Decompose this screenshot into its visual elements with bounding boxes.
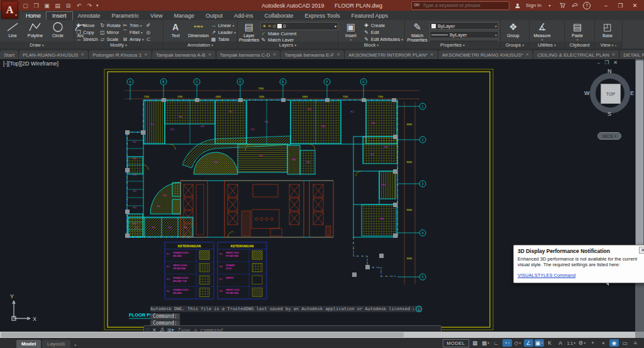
file-tab-detail-ruang-khusus[interactable]: DETAIL RUANG KHUSUS*✕: [619, 50, 644, 59]
file-tab-aksonometri-interior-plan[interactable]: AKSONOMETRI INTERIOR PLAN*✕: [345, 50, 438, 59]
saveas-icon[interactable]: ▤: [53, 2, 62, 9]
match-properties-tool[interactable]: ✎ Match Properties: [406, 21, 428, 43]
file-tab-tampak-berwarna-a-b[interactable]: Tampak berwarna A-B✕: [152, 50, 216, 59]
viewport-restore-button[interactable]: ❐: [604, 60, 609, 65]
panel-label-groups[interactable]: Groups▾: [501, 42, 529, 48]
tool-leader[interactable]: ↗Leader▾: [211, 29, 236, 36]
viewport-close-button[interactable]: ✕: [613, 60, 618, 65]
panel-label-layers[interactable]: Layers▾: [238, 42, 338, 48]
annotation-scale-icon[interactable]: 1:1▾: [567, 339, 577, 347]
modify-extra-1[interactable]: ◎: [145, 29, 152, 36]
ribbon-tab-express-tools[interactable]: Express Tools: [299, 12, 346, 20]
tool-rotate[interactable]: ↻Rotate: [99, 22, 121, 29]
customization-icon[interactable]: +: [588, 339, 597, 347]
horizontal-scrollbar[interactable]: [0, 332, 635, 338]
panel-label-clipboard[interactable]: Clipboard: [565, 42, 594, 48]
layout1-tab[interactable]: Layout1: [42, 340, 70, 348]
file-tab-plan-ruang-khusus[interactable]: PLAN-RUANG-KHUSUS✕: [19, 50, 89, 59]
tool-linear[interactable]: ↔Linear▾: [211, 22, 236, 29]
ortho-mode-icon[interactable]: ∟: [492, 339, 501, 347]
ribbon-tab-view[interactable]: View: [145, 12, 168, 20]
tool-trim[interactable]: ✂Trim▾: [122, 22, 144, 29]
viewcube-north[interactable]: N: [608, 68, 612, 74]
file-tab-tampak-berwarna-c-d[interactable]: Tampak berwarna C-D✕: [216, 50, 281, 59]
object-snap-tracking-icon[interactable]: ∠: [524, 339, 533, 347]
wcs-menu[interactable]: WCS▾: [597, 132, 621, 140]
tool-polyline[interactable]: Polyline: [24, 21, 47, 38]
minimize-button[interactable]: –: [599, 1, 613, 9]
autoscale-icon[interactable]: A: [556, 339, 565, 347]
drag-grip-icon[interactable]: ∷: [147, 327, 150, 332]
application-menu-button[interactable]: A ▾: [1, 1, 18, 19]
annotation-visibility-icon[interactable]: K: [545, 339, 555, 347]
open-icon[interactable]: ❒: [32, 2, 40, 9]
close-tab-icon[interactable]: ✕: [336, 52, 340, 57]
panel-label-block[interactable]: Block▾: [338, 42, 404, 48]
close-tab-icon[interactable]: ✕: [273, 52, 277, 57]
viewcube-south[interactable]: S: [608, 111, 611, 117]
snap-mode-icon[interactable]: ▩▾: [481, 339, 491, 347]
layer-properties-tool[interactable]: ▤ Layer Properties: [239, 21, 259, 43]
close-tab-icon[interactable]: ✕: [611, 52, 615, 57]
tool-copy[interactable]: ❐Copy: [75, 29, 98, 36]
text-tool[interactable]: A Text: [165, 21, 186, 38]
qat-menu-icon[interactable]: ▾: [96, 3, 99, 8]
clean-screen-icon[interactable]: ▭: [620, 339, 630, 347]
file-tab-ceiling-electrical-plan[interactable]: CEILING & ELECTRICAL PLAN✕: [533, 50, 619, 59]
save-icon[interactable]: ▣: [43, 2, 51, 9]
viewcube-west[interactable]: W: [584, 90, 590, 96]
polar-tracking-icon[interactable]: ◔▾: [502, 339, 512, 347]
viewcube-top-face[interactable]: TOP: [601, 84, 621, 104]
vertical-scrollbar[interactable]: [635, 59, 644, 332]
tool-edit[interactable]: ✎Edit: [364, 29, 403, 36]
ribbon-tab-home[interactable]: Home: [20, 12, 47, 20]
signin-label[interactable]: Sign In: [526, 3, 541, 8]
viewcube-east[interactable]: E: [630, 90, 634, 96]
command-line[interactable]: ∷ ✕ ⊞▾: [143, 325, 441, 332]
close-tab-icon[interactable]: ✕: [80, 52, 84, 57]
graphics-performance-icon[interactable]: ◉: [609, 339, 619, 347]
model-tab[interactable]: Model: [16, 340, 41, 348]
measure-tool[interactable]: ∡ Measure▾: [531, 21, 553, 42]
app-store-cart-icon[interactable]: [558, 1, 567, 9]
close-tab-icon[interactable]: ✕: [208, 52, 212, 57]
signin-chevron-icon[interactable]: ▾: [545, 1, 554, 9]
tool-circle[interactable]: Circle: [47, 21, 69, 38]
visualstyles-link[interactable]: VISUALSTYLES Command: [518, 272, 575, 278]
help-search[interactable]: [411, 1, 509, 10]
qnew-icon[interactable]: ▢: [21, 2, 30, 9]
panel-label-modify[interactable]: Modify▾: [74, 42, 163, 48]
close-command-icon[interactable]: ✕: [152, 327, 157, 332]
viewport-controls[interactable]: [-][Top][2D Wireframe]: [3, 60, 58, 67]
tool-create[interactable]: ✚Create: [364, 22, 403, 29]
viewport-minimize-button[interactable]: –: [597, 60, 600, 65]
horizontal-scrollbar-thumb[interactable]: [1, 332, 404, 337]
ribbon-tab-manage[interactable]: Manage: [168, 12, 200, 20]
panel-label-annotation[interactable]: Annotation▾: [164, 42, 237, 48]
ribbon-tab-output[interactable]: Output: [200, 12, 228, 20]
make-current-tool[interactable]: ✓Make Current: [260, 31, 338, 36]
ribbon-tab-featured-apps[interactable]: Featured Apps: [345, 12, 394, 20]
panel-label-properties[interactable]: Properties▾: [405, 42, 500, 48]
tool-fillet[interactable]: ⌒Fillet▾: [122, 29, 144, 36]
grid-display-icon[interactable]: ▦: [470, 339, 480, 347]
isometric-drafting-icon[interactable]: ◇▾: [513, 339, 523, 347]
wrench-icon[interactable]: [159, 327, 165, 332]
workspace-icon[interactable]: ⚙▾: [577, 339, 587, 347]
plot-icon[interactable]: ⊟: [64, 2, 72, 9]
undo-icon[interactable]: ↶: [75, 2, 83, 9]
restore-button[interactable]: ❐: [614, 1, 627, 9]
viewcube[interactable]: TOP N S W E: [586, 69, 634, 117]
close-tab-icon[interactable]: ✕: [526, 52, 530, 57]
signin-user-icon[interactable]: [513, 1, 522, 9]
object-snap-icon[interactable]: ▣▾: [535, 339, 544, 347]
ribbon-tab-add-ins[interactable]: Add-ins: [228, 12, 259, 20]
vertical-scrollbar-thumb[interactable]: [636, 60, 643, 249]
ribbon-tab-insert[interactable]: Insert: [47, 12, 72, 20]
insert-block-tool[interactable]: ▣ Insert▾: [340, 21, 362, 42]
panel-label-view[interactable]: View▾ »: [595, 42, 622, 48]
isolate-objects-icon[interactable]: ⌖: [599, 339, 608, 347]
redo-icon[interactable]: ↷: [86, 2, 94, 9]
tool-mirror[interactable]: ◫Mirror: [99, 29, 121, 36]
tool-line[interactable]: Line: [1, 21, 24, 38]
